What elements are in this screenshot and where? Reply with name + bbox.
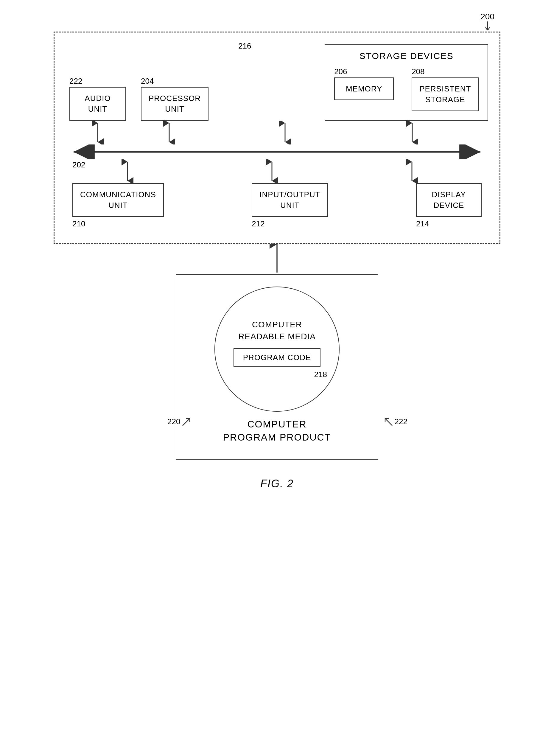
main-dashed-box: 222 AUDIO UNIT 204 PROCESSOR UNIT 216 ST…: [54, 32, 500, 244]
memory-arrow: [255, 121, 315, 145]
ref-222-bottom: 222: [384, 417, 407, 426]
memory-box: MEMORY: [334, 77, 394, 100]
bottom-boxes-row: COMMUNICATIONS UNIT 210 INPUT/OUTPUT UNI…: [69, 183, 485, 228]
ref-220: 220: [167, 417, 191, 426]
cpp-box: 220 222 COMPUTER READABLE MEDIA PROGRAM …: [176, 274, 378, 460]
ref-222-arrow-icon: [384, 417, 393, 426]
storage-arrows: [212, 121, 485, 145]
cpp-arrow-icon: [270, 244, 284, 274]
cpp-connector-arrow: [270, 244, 284, 274]
display-arrow-top: [382, 159, 442, 183]
ref-218: 218: [314, 370, 327, 379]
audio-arrow: [69, 121, 126, 145]
io-unit-col: INPUT/OUTPUT UNIT 212: [252, 183, 328, 228]
svg-line-27: [182, 419, 189, 426]
memory-col: 206 MEMORY: [334, 67, 394, 111]
display-device-col: DISPLAY DEVICE 214: [416, 183, 482, 228]
persistent-double-arrow-icon: [406, 121, 418, 145]
top-arrows-row: [69, 121, 485, 145]
storage-devices-box: STORAGE DEVICES 206 MEMORY 208: [325, 44, 488, 121]
program-code-box: PROGRAM CODE: [233, 348, 321, 367]
ref-222-top: 222: [69, 76, 82, 86]
display-double-arrow-icon: [406, 159, 418, 183]
bus-arrow-icon: [69, 145, 485, 159]
persistent-storage-box: PERSISTENT STORAGE: [411, 77, 479, 111]
comm-unit-box: COMMUNICATIONS UNIT: [72, 183, 164, 217]
ref-210: 210: [72, 219, 85, 228]
comm-double-arrow-icon: [121, 159, 133, 183]
display-device-box: DISPLAY DEVICE: [416, 183, 482, 217]
storage-devices-title: STORAGE DEVICES: [334, 51, 479, 61]
page-container: 200 222 AUDIO UNIT 204 PROCESSOR: [39, 12, 515, 490]
ref-208: 208: [411, 67, 425, 76]
computer-readable-media-circle: COMPUTER READABLE MEDIA PROGRAM CODE 218: [214, 286, 340, 412]
ref-220-arrow-icon: [182, 417, 191, 426]
audio-double-arrow-icon: [92, 121, 104, 145]
bus-container: 202: [69, 145, 485, 159]
audio-unit-col: 222 AUDIO UNIT: [69, 76, 126, 121]
ref-206: 206: [334, 67, 347, 76]
ref-214: 214: [416, 219, 429, 228]
processor-double-arrow-icon: [163, 121, 175, 145]
bottom-arrows-row: [69, 159, 485, 183]
comm-unit-col: COMMUNICATIONS UNIT 210: [72, 183, 164, 228]
fig-label: FIG. 2: [260, 478, 294, 490]
ref-200: 200: [481, 12, 494, 31]
cpp-label: COMPUTER PROGRAM PRODUCT: [223, 418, 331, 444]
audio-unit-box: AUDIO UNIT: [69, 87, 126, 121]
computer-readable-media-text: COMPUTER READABLE MEDIA: [238, 319, 316, 342]
ref-204: 204: [141, 76, 154, 86]
processor-arrow: [141, 121, 198, 145]
storage-inner: 206 MEMORY 208 PERSISTENT STORAGE: [334, 67, 479, 111]
io-unit-box: INPUT/OUTPUT UNIT: [252, 183, 328, 217]
processor-unit-box: PROCESSOR UNIT: [141, 87, 209, 121]
persistent-arrow: [382, 121, 442, 145]
ref-212: 212: [252, 219, 265, 228]
io-arrow-top: [242, 159, 302, 183]
memory-double-arrow-icon: [279, 121, 291, 145]
svg-line-28: [386, 419, 392, 426]
arrow-200-icon: [483, 21, 492, 31]
ref-216: 216: [238, 41, 251, 51]
comm-arrow-top: [98, 159, 157, 183]
io-double-arrow-icon: [266, 159, 278, 183]
persistent-storage-col: 208 PERSISTENT STORAGE: [411, 67, 479, 111]
storage-devices-wrapper: 216 STORAGE DEVICES 206 MEMORY: [223, 44, 488, 121]
processor-unit-col: 204 PROCESSOR UNIT: [141, 76, 209, 121]
